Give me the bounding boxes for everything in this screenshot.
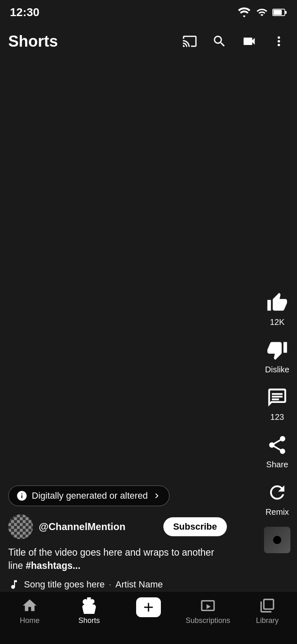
nav-label-library: Library [256,616,278,625]
add-button[interactable] [136,597,161,617]
bottom-info: Digitally generated or altered @ChannelM… [0,485,235,590]
cast-button[interactable] [180,31,200,51]
dislike-icon-container [264,337,290,363]
comments-icon [266,387,288,408]
camera-icon [242,34,257,49]
svg-rect-2 [273,10,282,15]
wifi-icon [237,7,252,18]
remix-icon-container [264,479,290,506]
song-separator: · [109,579,111,590]
dislike-label: Dislike [265,365,290,374]
hashtag-text: #hashtags... [26,560,80,571]
dislike-button[interactable]: Dislike [264,337,290,374]
camera-button[interactable] [239,31,259,51]
song-title: Song title goes here [24,579,105,590]
nav-item-add[interactable] [119,597,178,617]
subscriptions-icon [200,597,216,614]
more-vertical-icon [271,34,286,49]
nav-label-shorts: Shorts [78,616,100,625]
info-icon [16,490,28,502]
thumbs-down-icon [266,339,288,361]
channel-avatar[interactable] [8,514,33,539]
status-time: 12:30 [10,6,40,19]
add-icon [141,600,156,615]
nav-item-home[interactable]: Home [0,597,59,625]
status-bar: 12:30 [0,0,297,25]
like-icon-container [264,289,290,316]
top-bar: Shorts [0,25,297,58]
home-icon [21,597,38,614]
shorts-icon [81,597,97,614]
avatar-checkerboard [8,514,33,539]
bottom-nav: Home Shorts Subscriptions Library [0,591,297,644]
sound-disc [264,527,290,553]
channel-row: @ChannelMention Subscribe [8,514,227,539]
subscribe-button[interactable]: Subscribe [163,517,227,536]
signal-icon [256,7,268,18]
like-count: 12K [270,317,285,327]
page-title: Shorts [8,33,180,50]
sound-disc-inner [273,536,281,544]
search-button[interactable] [210,31,229,51]
share-icon [266,434,288,456]
share-button[interactable]: Share [264,432,290,469]
song-row[interactable]: Song title goes here · Artist Name [8,579,227,590]
remix-icon [266,482,288,503]
more-options-button[interactable] [269,31,289,51]
video-title: Title of the video goes here and wraps t… [8,546,227,572]
comments-count: 123 [270,412,284,422]
ai-badge-text: Digitally generated or altered [32,490,148,501]
comments-button[interactable]: 123 [264,384,290,422]
music-note-icon [8,579,20,590]
top-bar-icons [180,31,289,51]
remix-label: Remix [266,507,289,517]
comments-icon-container [264,384,290,411]
channel-name[interactable]: @ChannelMention [39,521,158,533]
nav-item-shorts[interactable]: Shorts [59,597,119,625]
svg-rect-1 [285,11,287,14]
cast-icon [182,34,197,49]
nav-item-subscriptions[interactable]: Subscriptions [178,597,238,625]
status-icons [237,7,287,18]
nav-item-library[interactable]: Library [238,597,297,625]
artist-name: Artist Name [116,579,163,590]
share-icon-container [264,432,290,458]
chevron-right-icon [152,491,162,501]
battery-icon [272,7,287,18]
library-icon [259,597,276,614]
nav-label-home: Home [20,616,40,625]
nav-label-subscriptions: Subscriptions [186,616,230,625]
sound-disc-button[interactable] [264,527,290,553]
ai-badge[interactable]: Digitally generated or altered [8,485,170,506]
search-icon [212,34,227,49]
right-actions-panel: 12K Dislike 123 Share [264,289,290,553]
thumbs-up-icon [266,292,288,313]
share-label: Share [266,460,288,469]
remix-button[interactable]: Remix [264,479,290,517]
like-button[interactable]: 12K [264,289,290,327]
